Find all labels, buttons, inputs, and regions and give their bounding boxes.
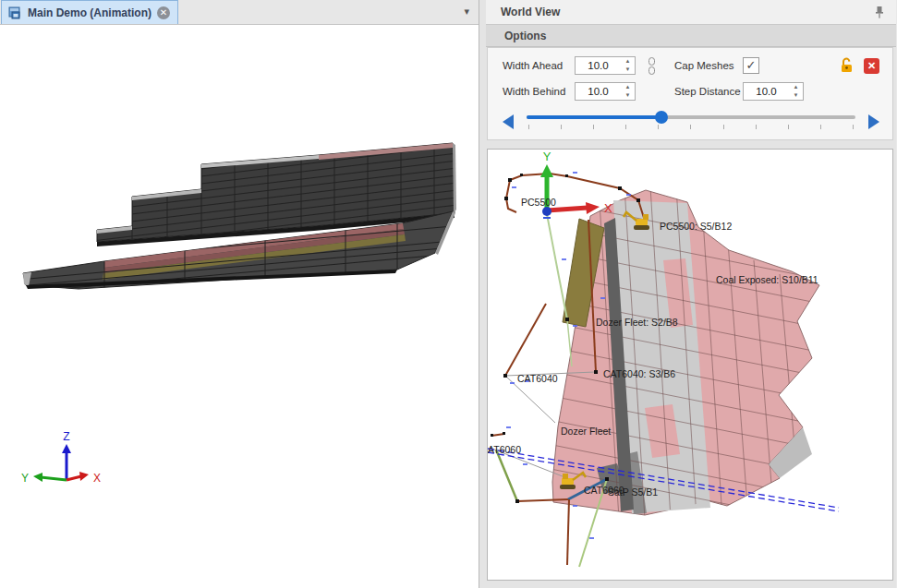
width-ahead-label: Width Ahead xyxy=(503,60,575,71)
world-view-header: World View xyxy=(486,0,896,25)
label-cat6060-step: SatP S5/B1 xyxy=(608,486,658,498)
axis-x-label: X xyxy=(93,472,101,485)
tab-main-demo-animation[interactable]: Main Demo (Animation) ✕ xyxy=(1,0,178,24)
width-ahead-spinner[interactable]: ▲▼ xyxy=(575,56,636,75)
tab-list-dropdown-icon[interactable]: ▾ xyxy=(464,6,469,18)
width-behind-up-icon[interactable]: ▲ xyxy=(621,83,635,91)
width-behind-label: Width Behind xyxy=(503,86,575,97)
viewport-axis-triad: Z Y X xyxy=(21,430,101,485)
app-window: Main Demo (Animation) ✕ ▾ xyxy=(0,0,897,588)
width-ahead-down-icon[interactable]: ▼ xyxy=(621,66,635,74)
width-ahead-up-icon[interactable]: ▲ xyxy=(621,57,635,66)
pin-icon[interactable] xyxy=(874,6,885,18)
tab-title: Main Demo (Animation) xyxy=(28,6,152,19)
options-title: Options xyxy=(504,30,546,42)
tab-bar: Main Demo (Animation) ✕ ▾ xyxy=(0,0,479,25)
animation-slider-row xyxy=(503,110,879,134)
world-map-drawing: Y X PC5500 PC5500: S5/B12 Coal Exposed: … xyxy=(488,150,892,576)
label-cat6040: CAT6040 xyxy=(517,373,558,384)
slider-fill xyxy=(527,115,661,119)
map-axis-y-label: Y xyxy=(543,150,552,163)
label-cat6040-step: CAT6040: S3/B6 xyxy=(603,368,675,379)
left-viewport-pane: Main Demo (Animation) ✕ ▾ xyxy=(0,0,479,588)
step-distance-up-icon[interactable]: ▲ xyxy=(789,83,803,91)
tab-close-icon[interactable]: ✕ xyxy=(157,6,170,19)
close-options-button[interactable]: ✕ xyxy=(864,58,879,74)
label-dozer-fleet-step: Dozer Fleet: S2/B8 xyxy=(596,317,678,328)
mesh-3d-drawing: Z Y X xyxy=(0,25,479,588)
link-widths-icon[interactable] xyxy=(641,57,661,75)
label-dozer-fleet: Dozer Fleet xyxy=(561,426,611,437)
slider-step-back-icon[interactable] xyxy=(503,114,514,129)
world-view-pane: World View Options Width Ahead ▲▼ Cap Me… xyxy=(479,0,896,588)
slider-step-forward-icon[interactable] xyxy=(868,114,879,129)
width-behind-input[interactable] xyxy=(576,83,621,100)
step-distance-label: Step Distance xyxy=(661,86,743,97)
axis-z-label: Z xyxy=(63,430,69,443)
viewport-3d-canvas[interactable]: Z Y X xyxy=(0,25,479,588)
width-ahead-input[interactable] xyxy=(576,57,621,74)
lock-open-icon[interactable] xyxy=(839,57,855,74)
label-cat6060-left: AT6060 xyxy=(488,444,521,455)
axis-y-label: Y xyxy=(21,472,29,485)
step-distance-down-icon[interactable]: ▼ xyxy=(789,91,803,100)
step-distance-spinner[interactable]: ▲▼ xyxy=(743,82,804,101)
options-body: Width Ahead ▲▼ Cap Meshes ✓ ✕ xyxy=(487,47,893,140)
label-pc5500-origin: PC5500 xyxy=(521,197,556,208)
animation-tab-icon xyxy=(8,6,22,19)
label-pc5500-step: PC5500: S5/B12 xyxy=(660,221,732,232)
slider-ticks xyxy=(528,125,854,129)
animation-slider[interactable] xyxy=(527,112,855,132)
options-section-header[interactable]: Options xyxy=(486,25,896,47)
world-view-map[interactable]: Y X PC5500 PC5500: S5/B12 Coal Exposed: … xyxy=(487,149,893,581)
width-behind-spinner[interactable]: ▲▼ xyxy=(575,82,636,101)
cap-meshes-checkbox[interactable]: ✓ xyxy=(743,57,759,74)
cap-meshes-label: Cap Meshes xyxy=(661,60,743,71)
step-distance-input[interactable] xyxy=(744,83,789,100)
map-axis-x-label: X xyxy=(604,201,612,215)
world-view-title: World View xyxy=(501,6,560,18)
label-coal-exposed: Coal Exposed: S10/B11 xyxy=(716,274,818,285)
slider-thumb[interactable] xyxy=(655,111,668,124)
width-behind-down-icon[interactable]: ▼ xyxy=(621,91,635,100)
